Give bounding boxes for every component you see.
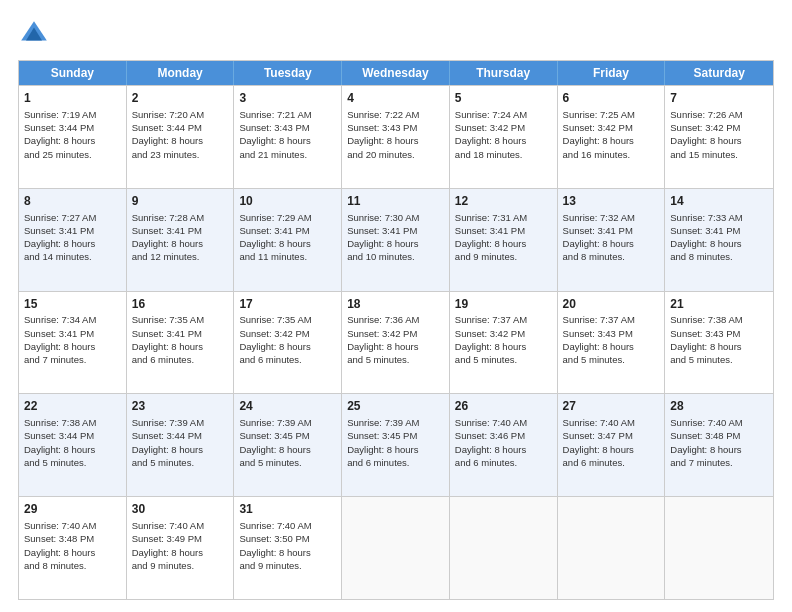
day-info-line-2: Daylight: 8 hours [132, 238, 203, 249]
day-number: 5 [455, 90, 552, 107]
day-info-line-0: Sunrise: 7:26 AM [670, 109, 742, 120]
day-cell-22: 22Sunrise: 7:38 AMSunset: 3:44 PMDayligh… [19, 394, 127, 496]
day-number: 13 [563, 193, 660, 210]
day-number: 17 [239, 296, 336, 313]
day-cell-23: 23Sunrise: 7:39 AMSunset: 3:44 PMDayligh… [127, 394, 235, 496]
day-cell-8: 8Sunrise: 7:27 AMSunset: 3:41 PMDaylight… [19, 189, 127, 291]
day-info-line-1: Sunset: 3:43 PM [347, 122, 417, 133]
day-info-line-1: Sunset: 3:44 PM [24, 430, 94, 441]
day-info-line-0: Sunrise: 7:39 AM [132, 417, 204, 428]
day-number: 23 [132, 398, 229, 415]
day-info-line-2: Daylight: 8 hours [239, 135, 310, 146]
day-info-line-1: Sunset: 3:48 PM [670, 430, 740, 441]
day-number: 24 [239, 398, 336, 415]
day-number: 14 [670, 193, 768, 210]
empty-cell [450, 497, 558, 599]
day-cell-12: 12Sunrise: 7:31 AMSunset: 3:41 PMDayligh… [450, 189, 558, 291]
day-info-line-2: Daylight: 8 hours [455, 444, 526, 455]
day-cell-9: 9Sunrise: 7:28 AMSunset: 3:41 PMDaylight… [127, 189, 235, 291]
day-info-line-2: Daylight: 8 hours [455, 135, 526, 146]
day-info-line-3: and 14 minutes. [24, 251, 92, 262]
day-info-line-3: and 5 minutes. [132, 457, 194, 468]
day-info-line-1: Sunset: 3:43 PM [239, 122, 309, 133]
day-info-line-1: Sunset: 3:41 PM [347, 225, 417, 236]
day-info-line-2: Daylight: 8 hours [239, 341, 310, 352]
day-info-line-1: Sunset: 3:41 PM [455, 225, 525, 236]
day-info-line-3: and 5 minutes. [670, 354, 732, 365]
day-cell-27: 27Sunrise: 7:40 AMSunset: 3:47 PMDayligh… [558, 394, 666, 496]
day-info-line-1: Sunset: 3:45 PM [347, 430, 417, 441]
day-info-line-0: Sunrise: 7:39 AM [239, 417, 311, 428]
day-number: 2 [132, 90, 229, 107]
logo-icon [18, 18, 50, 50]
day-info-line-1: Sunset: 3:42 PM [347, 328, 417, 339]
day-info-line-3: and 9 minutes. [455, 251, 517, 262]
day-number: 31 [239, 501, 336, 518]
day-info-line-1: Sunset: 3:43 PM [563, 328, 633, 339]
day-info-line-2: Daylight: 8 hours [563, 341, 634, 352]
day-cell-2: 2Sunrise: 7:20 AMSunset: 3:44 PMDaylight… [127, 86, 235, 188]
day-cell-13: 13Sunrise: 7:32 AMSunset: 3:41 PMDayligh… [558, 189, 666, 291]
day-info-line-0: Sunrise: 7:35 AM [239, 314, 311, 325]
day-info-line-1: Sunset: 3:41 PM [239, 225, 309, 236]
day-number: 6 [563, 90, 660, 107]
day-info-line-2: Daylight: 8 hours [670, 444, 741, 455]
day-info-line-2: Daylight: 8 hours [455, 341, 526, 352]
day-cell-10: 10Sunrise: 7:29 AMSunset: 3:41 PMDayligh… [234, 189, 342, 291]
day-info-line-2: Daylight: 8 hours [239, 444, 310, 455]
calendar-row-3: 15Sunrise: 7:34 AMSunset: 3:41 PMDayligh… [19, 291, 773, 394]
day-info-line-3: and 21 minutes. [239, 149, 307, 160]
weekday-thursday: Thursday [450, 61, 558, 85]
day-info-line-0: Sunrise: 7:36 AM [347, 314, 419, 325]
day-info-line-2: Daylight: 8 hours [239, 547, 310, 558]
weekday-wednesday: Wednesday [342, 61, 450, 85]
day-info-line-1: Sunset: 3:42 PM [670, 122, 740, 133]
weekday-tuesday: Tuesday [234, 61, 342, 85]
empty-cell [342, 497, 450, 599]
day-info-line-0: Sunrise: 7:21 AM [239, 109, 311, 120]
day-cell-17: 17Sunrise: 7:35 AMSunset: 3:42 PMDayligh… [234, 292, 342, 394]
header [18, 18, 774, 50]
day-info-line-0: Sunrise: 7:40 AM [24, 520, 96, 531]
day-info-line-3: and 8 minutes. [563, 251, 625, 262]
day-info-line-1: Sunset: 3:46 PM [455, 430, 525, 441]
day-info-line-0: Sunrise: 7:38 AM [670, 314, 742, 325]
logo [18, 18, 54, 50]
weekday-sunday: Sunday [19, 61, 127, 85]
day-info-line-0: Sunrise: 7:40 AM [239, 520, 311, 531]
calendar: SundayMondayTuesdayWednesdayThursdayFrid… [18, 60, 774, 600]
day-info-line-0: Sunrise: 7:40 AM [455, 417, 527, 428]
calendar-header: SundayMondayTuesdayWednesdayThursdayFrid… [19, 61, 773, 85]
day-info-line-1: Sunset: 3:42 PM [455, 122, 525, 133]
day-info-line-3: and 5 minutes. [563, 354, 625, 365]
day-info-line-3: and 5 minutes. [239, 457, 301, 468]
day-info-line-1: Sunset: 3:50 PM [239, 533, 309, 544]
day-info-line-2: Daylight: 8 hours [132, 341, 203, 352]
day-info-line-3: and 6 minutes. [563, 457, 625, 468]
day-info-line-1: Sunset: 3:41 PM [24, 225, 94, 236]
day-info-line-0: Sunrise: 7:38 AM [24, 417, 96, 428]
day-info-line-3: and 5 minutes. [24, 457, 86, 468]
calendar-row-4: 22Sunrise: 7:38 AMSunset: 3:44 PMDayligh… [19, 393, 773, 496]
day-info-line-2: Daylight: 8 hours [670, 238, 741, 249]
day-info-line-0: Sunrise: 7:24 AM [455, 109, 527, 120]
day-info-line-2: Daylight: 8 hours [24, 444, 95, 455]
day-info-line-0: Sunrise: 7:40 AM [563, 417, 635, 428]
day-number: 12 [455, 193, 552, 210]
day-info-line-2: Daylight: 8 hours [347, 238, 418, 249]
day-info-line-1: Sunset: 3:47 PM [563, 430, 633, 441]
day-info-line-3: and 6 minutes. [347, 457, 409, 468]
day-number: 9 [132, 193, 229, 210]
day-number: 1 [24, 90, 121, 107]
day-cell-26: 26Sunrise: 7:40 AMSunset: 3:46 PMDayligh… [450, 394, 558, 496]
calendar-row-1: 1Sunrise: 7:19 AMSunset: 3:44 PMDaylight… [19, 85, 773, 188]
day-cell-4: 4Sunrise: 7:22 AMSunset: 3:43 PMDaylight… [342, 86, 450, 188]
day-info-line-1: Sunset: 3:41 PM [24, 328, 94, 339]
day-number: 21 [670, 296, 768, 313]
day-number: 11 [347, 193, 444, 210]
day-number: 26 [455, 398, 552, 415]
weekday-friday: Friday [558, 61, 666, 85]
day-cell-7: 7Sunrise: 7:26 AMSunset: 3:42 PMDaylight… [665, 86, 773, 188]
day-info-line-0: Sunrise: 7:40 AM [670, 417, 742, 428]
day-cell-5: 5Sunrise: 7:24 AMSunset: 3:42 PMDaylight… [450, 86, 558, 188]
